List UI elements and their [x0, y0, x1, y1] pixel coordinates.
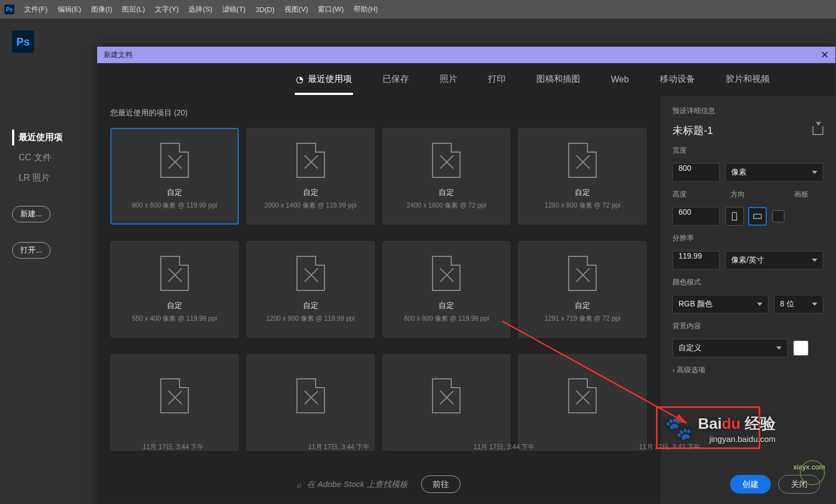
tab-mobile[interactable]: 移动设备 [659, 66, 696, 93]
home-new-button[interactable]: 新建... [12, 206, 51, 222]
nav-cc-files[interactable]: CC 文件 [12, 150, 94, 166]
resolution-label: 分辨率 [672, 233, 823, 243]
timeline-t4: 11月 17日, 3:42 下午 [639, 443, 700, 452]
height-input[interactable]: 600 [672, 207, 720, 226]
width-unit-select[interactable]: 像素 [725, 163, 823, 182]
width-input[interactable]: 800 [672, 163, 720, 182]
width-unit-value: 像素 [731, 167, 747, 177]
search-icon: ⌕ [296, 480, 301, 489]
document-icon [432, 143, 461, 178]
preset-spec: 1291 x 719 像素 @ 72 ppi [545, 314, 620, 323]
preset-card[interactable]: 自定800 x 600 像素 @ 119.99 ppi [110, 128, 239, 225]
preset-card[interactable]: 自定550 x 400 像素 @ 119.99 ppi [110, 241, 239, 338]
preset-name: 自定 [575, 301, 590, 311]
preset-card[interactable] [246, 354, 375, 451]
tab-saved[interactable]: 已保存 [381, 66, 410, 93]
create-button[interactable]: 创建 [730, 475, 771, 494]
menu-select[interactable]: 选择(S) [188, 4, 212, 14]
orientation-group [725, 207, 767, 226]
background-swatch[interactable] [793, 340, 809, 356]
preset-card[interactable] [383, 354, 511, 451]
menu-filter[interactable]: 滤镜(T) [222, 4, 246, 14]
preset-card[interactable]: 自定1200 x 900 像素 @ 119.99 ppi [246, 241, 375, 338]
dialog-titlebar[interactable]: 新建文档 ✕ [97, 47, 835, 63]
save-preset-icon[interactable] [812, 126, 823, 135]
timeline-fragments: 11月 17日, 3:44 下午 11月 17日, 3:44 下午 11月 17… [143, 443, 700, 452]
tab-art[interactable]: 图稿和插图 [535, 66, 581, 93]
color-mode-label: 颜色模式 [672, 277, 823, 287]
dialog-close-icon[interactable]: ✕ [821, 49, 829, 61]
menu-window[interactable]: 窗口(W) [318, 4, 344, 14]
stock-search-placeholder[interactable]: 在 Adobe Stock 上查找模板 [307, 479, 407, 490]
tab-film[interactable]: 胶片和视频 [725, 66, 771, 93]
preset-card[interactable]: 自定1280 x 800 像素 @ 72 ppi [518, 128, 647, 225]
preset-card[interactable]: 自定2000 x 1400 像素 @ 119.99 ppi [246, 128, 375, 225]
timeline-t3: 11月 17日, 3:44 下午 [474, 443, 535, 452]
advanced-options-toggle[interactable]: 高级选项 [672, 365, 823, 375]
resolution-unit-select[interactable]: 像素/英寸 [725, 251, 823, 270]
menu-edit[interactable]: 编辑(E) [58, 4, 81, 14]
menu-view[interactable]: 视图(V) [284, 4, 308, 14]
preset-spec: 2000 x 1400 像素 @ 119.99 ppi [264, 201, 356, 210]
tab-photo[interactable]: 照片 [439, 66, 458, 93]
stock-search: ⌕ 在 Adobe Stock 上查找模板 前往 [110, 465, 647, 503]
preset-spec: 1200 x 900 像素 @ 119.99 ppi [266, 314, 355, 323]
orientation-landscape[interactable] [748, 207, 767, 226]
preset-card[interactable]: 自定1291 x 719 像素 @ 72 ppi [518, 241, 647, 338]
artboard-checkbox[interactable] [772, 210, 784, 222]
preset-name: 自定 [303, 301, 318, 311]
document-icon [568, 143, 597, 178]
home-open-button[interactable]: 打开... [12, 242, 51, 259]
menu-help[interactable]: 帮助(H) [354, 4, 378, 14]
menu-file[interactable]: 文件(F) [24, 4, 48, 14]
timeline-t2: 11月 17日, 3:44 下午 [308, 443, 369, 452]
preset-card[interactable]: 自定600 x 800 像素 @ 119.99 ppi [383, 241, 511, 338]
document-icon [296, 143, 325, 178]
width-label: 宽度 [672, 145, 823, 155]
tab-web[interactable]: Web [610, 67, 630, 92]
preset-spec: 800 x 600 像素 @ 119.99 ppi [132, 201, 217, 210]
preset-spec: 2400 x 1600 像素 @ 72 ppi [407, 201, 486, 210]
nav-recent[interactable]: 最近使用项 [12, 130, 94, 145]
watermark-stamp [800, 460, 825, 488]
color-mode-select[interactable]: RGB 颜色 [672, 295, 768, 313]
preset-name: 自定 [575, 188, 590, 198]
tab-recent[interactable]: ◔ 最近使用项 [295, 66, 353, 95]
background-select[interactable]: 自定义 [672, 339, 788, 357]
preset-card[interactable] [518, 354, 647, 451]
ps-logo: Ps [12, 31, 34, 53]
orient-label: 方向 [731, 189, 753, 199]
preset-card[interactable] [110, 354, 239, 451]
preset-grid: 自定800 x 600 像素 @ 119.99 ppi自定2000 x 1400… [110, 128, 647, 465]
wm-du: du [722, 415, 740, 432]
resolution-input[interactable]: 119.99 [672, 251, 720, 270]
menu-layer[interactable]: 图层(L) [122, 4, 145, 14]
app-menubar: Ps 文件(F) 编辑(E) 图像(I) 图层(L) 文字(Y) 选择(S) 滤… [0, 0, 836, 19]
tab-recent-label: 最近使用项 [308, 74, 352, 85]
wm-url: jingyan.baidu.com [698, 434, 776, 444]
height-label: 高度 [672, 189, 694, 199]
document-name[interactable]: 未标题-1 [672, 124, 713, 138]
menu-3d[interactable]: 3D(D) [255, 5, 274, 14]
nav-lr-photos[interactable]: LR 照片 [12, 170, 94, 186]
dialog-tabs: ◔ 最近使用项 已保存 照片 打印 图稿和插图 Web 移动设备 胶片和视频 [97, 63, 835, 96]
home-nav: 最近使用项 CC 文件 LR 照片 [12, 130, 94, 186]
document-icon [296, 378, 325, 413]
orientation-portrait[interactable] [725, 207, 744, 226]
artboard-label: 画板 [794, 189, 816, 199]
home-left-rail: Ps 最近使用项 CC 文件 LR 照片 新建... 打开... [12, 31, 94, 268]
paw-icon: 🐾 [665, 416, 692, 441]
tab-print[interactable]: 打印 [487, 66, 507, 93]
menu-image[interactable]: 图像(I) [91, 4, 112, 14]
settings-title: 预设详细信息 [672, 106, 823, 116]
preset-name: 自定 [167, 188, 182, 198]
menu-type[interactable]: 文字(Y) [155, 4, 178, 14]
preset-card[interactable]: 自定2400 x 1600 像素 @ 72 ppi [383, 128, 511, 225]
color-depth-select[interactable]: 8 位 [774, 295, 823, 313]
stock-go-button[interactable]: 前往 [421, 475, 461, 493]
color-depth-value: 8 位 [780, 299, 794, 309]
ps-mini-logo: Ps [4, 4, 14, 14]
document-icon [568, 378, 597, 413]
background-label: 背景内容 [672, 321, 823, 331]
dialog-title-text: 新建文档 [104, 50, 132, 60]
